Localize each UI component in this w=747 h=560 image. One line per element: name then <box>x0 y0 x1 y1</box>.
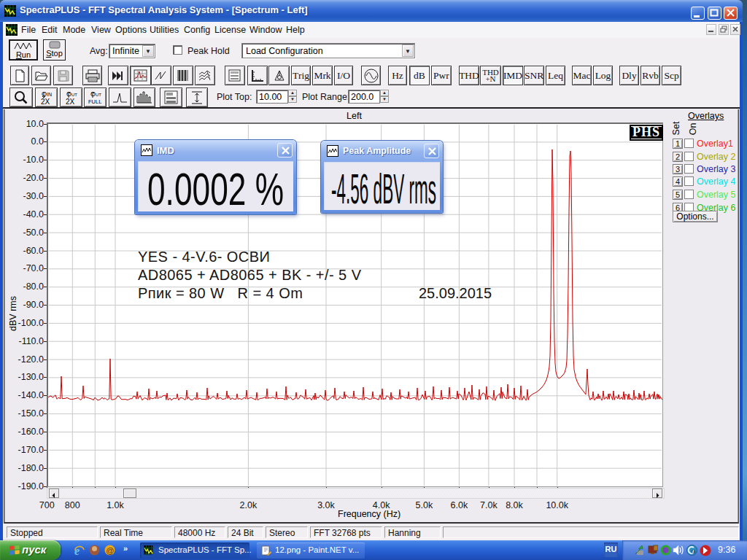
svg-text:@: @ <box>107 546 115 555</box>
svg-text:OUT: OUT <box>90 90 101 98</box>
svg-text:OUT: OUT <box>66 90 77 98</box>
svg-text:2X: 2X <box>41 98 50 106</box>
svg-text:2X: 2X <box>66 98 75 106</box>
svg-text:FULL: FULL <box>88 98 101 105</box>
